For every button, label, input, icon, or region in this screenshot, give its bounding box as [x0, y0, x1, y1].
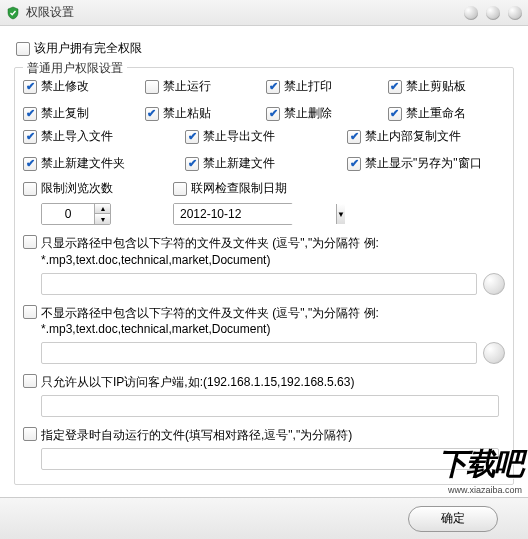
perm-r4-3-label: 禁止剪贴板	[406, 78, 466, 95]
titlebar: 权限设置	[0, 0, 528, 26]
perm-r3-3-checkbox[interactable]	[23, 157, 37, 171]
perm-r3-4-label: 禁止新建文件	[203, 155, 275, 172]
footer: 确定	[0, 497, 528, 539]
minimize-button[interactable]	[464, 6, 478, 20]
perm-r3-5: 禁止显示"另存为"窗口	[347, 155, 505, 172]
ip-checkbox[interactable]	[23, 374, 37, 388]
perm-r4-1: 禁止运行	[145, 78, 263, 95]
perm-r4-1-label: 禁止运行	[163, 78, 211, 95]
dropdown-icon[interactable]: ▼	[336, 204, 345, 224]
show-only-checkbox[interactable]	[23, 235, 37, 249]
hide-input[interactable]	[41, 342, 477, 364]
ok-button[interactable]: 确定	[408, 506, 498, 532]
perm-r4-2: 禁止打印	[266, 78, 384, 95]
perm-r4-5: 禁止粘贴	[145, 105, 263, 122]
perm-r3-0-label: 禁止导入文件	[41, 128, 113, 145]
perm-r3-1-label: 禁止导出文件	[203, 128, 275, 145]
autorun-checkbox[interactable]	[23, 427, 37, 441]
perm-r4-6-label: 禁止删除	[284, 105, 332, 122]
perm-r3-2-label: 禁止内部复制文件	[365, 128, 461, 145]
perm-r4-4: 禁止复制	[23, 105, 141, 122]
perm-r4-4-checkbox[interactable]	[23, 107, 37, 121]
perm-r4-0: 禁止修改	[23, 78, 141, 95]
fieldset-legend: 普通用户权限设置	[23, 60, 127, 77]
perm-r4-6-checkbox[interactable]	[266, 107, 280, 121]
perm-r4-7-checkbox[interactable]	[388, 107, 402, 121]
full-permission-label: 该用户拥有完全权限	[34, 40, 142, 57]
hide-browse-button[interactable]	[483, 342, 505, 364]
perm-r4-2-label: 禁止打印	[284, 78, 332, 95]
perm-r3-5-checkbox[interactable]	[347, 157, 361, 171]
ip-input[interactable]	[41, 395, 499, 417]
spinner-down-icon[interactable]: ▼	[95, 214, 111, 224]
perm-r3-2: 禁止内部复制文件	[347, 128, 505, 145]
close-button[interactable]	[508, 6, 522, 20]
perm-r3-4: 禁止新建文件	[185, 155, 343, 172]
limit-views-checkbox[interactable]	[23, 182, 37, 196]
perm-r4-5-label: 禁止粘贴	[163, 105, 211, 122]
perm-r4-6: 禁止删除	[266, 105, 384, 122]
perm-r4-7: 禁止重命名	[388, 105, 506, 122]
net-check-checkbox[interactable]	[173, 182, 187, 196]
limit-views-spinner[interactable]: ▲ ▼	[41, 203, 111, 225]
perm-r4-5-checkbox[interactable]	[145, 107, 159, 121]
perm-r3-3-label: 禁止新建文件夹	[41, 155, 125, 172]
permissions-fieldset: 普通用户权限设置 禁止修改禁止运行禁止打印禁止剪贴板禁止复制禁止粘贴禁止删除禁止…	[14, 67, 514, 485]
permissions-grid-3col: 禁止导入文件禁止导出文件禁止内部复制文件禁止新建文件夹禁止新建文件禁止显示"另存…	[23, 128, 505, 172]
shield-icon	[6, 6, 20, 20]
net-check-date[interactable]: ▼	[173, 203, 293, 225]
perm-r4-0-label: 禁止修改	[41, 78, 89, 95]
perm-r3-3: 禁止新建文件夹	[23, 155, 181, 172]
spinner-up-icon[interactable]: ▲	[95, 204, 111, 214]
maximize-button[interactable]	[486, 6, 500, 20]
limit-views-input[interactable]	[42, 204, 94, 224]
perm-r3-1-checkbox[interactable]	[185, 130, 199, 144]
perm-r3-5-label: 禁止显示"另存为"窗口	[365, 155, 482, 172]
autorun-input[interactable]	[41, 448, 499, 470]
perm-r3-2-checkbox[interactable]	[347, 130, 361, 144]
ip-label: 只允许从以下IP访问客户端,如:(192.168.1.15,192.168.5.…	[41, 374, 354, 391]
perm-r4-2-checkbox[interactable]	[266, 80, 280, 94]
autorun-label: 指定登录时自动运行的文件(填写相对路径,逗号","为分隔符)	[41, 427, 352, 444]
permissions-grid-4col: 禁止修改禁止运行禁止打印禁止剪贴板禁止复制禁止粘贴禁止删除禁止重命名	[23, 78, 505, 122]
show-only-label: 只显示路径中包含以下字符的文件及文件夹 (逗号","为分隔符 例: *.mp3,…	[41, 235, 505, 269]
perm-r3-1: 禁止导出文件	[185, 128, 343, 145]
perm-r4-4-label: 禁止复制	[41, 105, 89, 122]
window-title: 权限设置	[26, 4, 464, 21]
show-only-browse-button[interactable]	[483, 273, 505, 295]
perm-r4-1-checkbox[interactable]	[145, 80, 159, 94]
full-permission-checkbox[interactable]	[16, 42, 30, 56]
show-only-input[interactable]	[41, 273, 477, 295]
hide-checkbox[interactable]	[23, 305, 37, 319]
net-check-date-input[interactable]	[174, 204, 336, 224]
perm-r4-0-checkbox[interactable]	[23, 80, 37, 94]
hide-label: 不显示路径中包含以下字符的文件及文件夹 (逗号","为分隔符 例: *.mp3,…	[41, 305, 505, 339]
perm-r4-7-label: 禁止重命名	[406, 105, 466, 122]
perm-r4-3: 禁止剪贴板	[388, 78, 506, 95]
window-buttons	[464, 6, 522, 20]
limit-views-label: 限制浏览次数	[41, 180, 113, 197]
perm-r4-3-checkbox[interactable]	[388, 80, 402, 94]
net-check-label: 联网检查限制日期	[191, 180, 287, 197]
perm-r3-0: 禁止导入文件	[23, 128, 181, 145]
perm-r3-4-checkbox[interactable]	[185, 157, 199, 171]
perm-r3-0-checkbox[interactable]	[23, 130, 37, 144]
